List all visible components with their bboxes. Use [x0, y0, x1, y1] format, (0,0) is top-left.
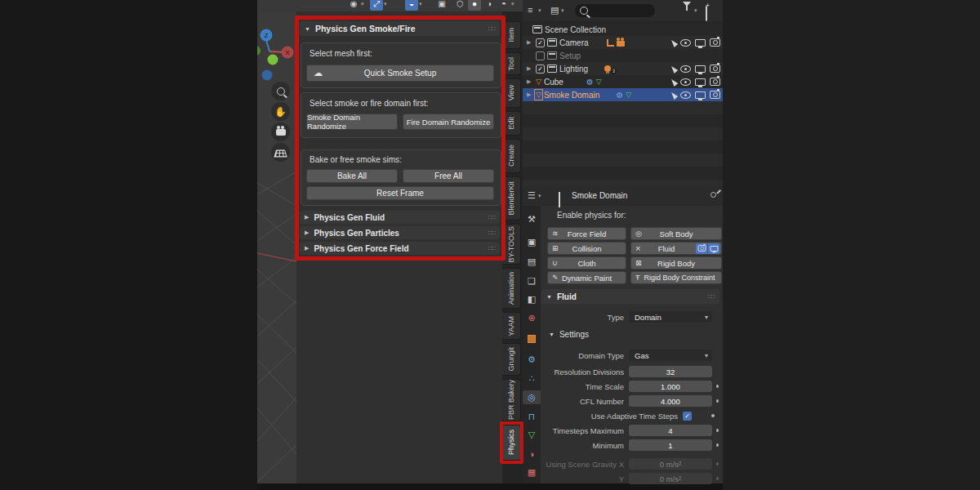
collapse-arrow-icon[interactable]: ▶	[305, 245, 309, 252]
panel-grip-icon[interactable]: ∷∷	[708, 293, 715, 301]
hide-eye-icon[interactable]	[680, 39, 691, 47]
animate-dot[interactable]	[716, 477, 719, 480]
search-input[interactable]	[591, 6, 652, 16]
panel-header-physics-gen-force-field[interactable]: ▶ Physics Gen Force Field ∷∷	[300, 242, 500, 255]
force-field-button[interactable]: ≋Force Field	[547, 227, 626, 240]
viewport-zoom-button[interactable]	[271, 82, 290, 100]
panel-header-physics-gen-fluid[interactable]: ▶ Physics Gen Fluid ∷∷	[300, 211, 500, 224]
adaptive-time-steps-checkbox[interactable]: ✓	[683, 412, 692, 421]
outliner-editor-type-button[interactable]: ≡	[528, 5, 532, 15]
panel-header-smoke-fire[interactable]: ▼ Physics Gen Smoke/Fire ∷∷	[300, 21, 500, 36]
gravity-y-field[interactable]: 0 m/s²	[629, 473, 712, 484]
tab-render-properties[interactable]: ▣	[523, 235, 540, 249]
checkbox-checked[interactable]: ✓	[536, 65, 545, 74]
shading-solid-button[interactable]: ●	[468, 0, 481, 11]
gravity-x-field[interactable]: 0 m/s²	[629, 458, 712, 470]
gizmos-dropdown[interactable]: ⤢	[370, 0, 383, 11]
tab-constraints-properties[interactable]: ⊓	[523, 410, 540, 424]
tab-edit[interactable]: Edit	[502, 111, 521, 136]
tab-scene-properties[interactable]: ◧	[523, 292, 540, 306]
viewport-pan-button[interactable]: ✋	[271, 102, 290, 121]
viewport-camera-view-button[interactable]	[271, 122, 290, 141]
tab-physics[interactable]: Physics	[502, 425, 521, 461]
tab-create[interactable]: Create	[502, 139, 521, 173]
tab-object-properties[interactable]	[523, 333, 540, 347]
resolution-divisions-field[interactable]: 32	[629, 366, 712, 377]
hide-eye-icon[interactable]	[680, 91, 691, 99]
tab-object-data-properties[interactable]: ▽	[523, 428, 540, 442]
fluid-render-toggle[interactable]	[696, 243, 707, 254]
collapse-arrow-icon[interactable]: ▼	[305, 26, 310, 32]
outliner-row-camera[interactable]: ▶ ✓ Camera	[523, 36, 723, 49]
gizmo-y-ball[interactable]	[268, 55, 278, 65]
checkbox-unchecked[interactable]	[536, 51, 545, 60]
shading-material-button[interactable]: ◑	[483, 0, 496, 11]
tab-pbr-bakery[interactable]: PBR Bakery	[502, 379, 521, 421]
smoke-domain-randomize-button[interactable]: Smoke Domain Randomize	[306, 114, 398, 130]
chevron-down-icon[interactable]: ▾	[419, 0, 422, 10]
animate-dot[interactable]	[716, 385, 719, 388]
bake-all-button[interactable]: Bake All	[306, 169, 398, 183]
tab-yaam[interactable]: YAAM	[502, 312, 521, 340]
render-disable-icon[interactable]	[710, 91, 720, 99]
outliner-row-smoke-domain[interactable]: ▶ ▽ Smoke Domain ⚙ ▽	[523, 88, 723, 101]
cfl-number-field[interactable]: 4.000	[629, 395, 712, 407]
chevron-down-icon[interactable]: ▾	[361, 0, 364, 10]
outliner-row-lighting[interactable]: ▶ ✓ Lighting 3	[523, 62, 723, 75]
animate-dot[interactable]	[716, 462, 719, 466]
outliner-row-setup[interactable]: Setup	[523, 49, 723, 62]
animate-dot[interactable]	[716, 429, 719, 432]
rigid-body-constraint-button[interactable]: ŦRigid Body Constraint	[630, 271, 722, 284]
collapse-arrow-icon[interactable]: ▼	[546, 294, 552, 300]
render-disable-icon[interactable]	[710, 78, 720, 86]
render-disable-icon[interactable]	[710, 38, 720, 47]
remove-x-icon[interactable]: ×	[635, 243, 640, 253]
chevron-down-icon[interactable]: ▾	[511, 0, 514, 10]
outliner-row-cube[interactable]: ▶ ▽ Cube ⚙ ▽	[523, 75, 723, 88]
outliner-search-box[interactable]	[575, 4, 655, 17]
free-all-button[interactable]: Free All	[403, 169, 494, 183]
timesteps-maximum-field[interactable]: 4	[629, 425, 712, 436]
tab-by-tools[interactable]: BY-TOOLS	[502, 224, 521, 265]
display-mode-button[interactable]: ▤	[550, 5, 559, 16]
viewport-disable-icon[interactable]	[695, 78, 706, 86]
fire-domain-randomize-button[interactable]: Fire Domain Randomize	[403, 114, 494, 130]
panel-grip-icon[interactable]: ∷∷	[488, 25, 495, 33]
settings-subpanel-header[interactable]: ▼ Settings	[549, 330, 589, 339]
visibility-dropdown[interactable]: ◉	[347, 0, 360, 11]
selectable-icon[interactable]	[670, 91, 678, 100]
properties-editor-type-button[interactable]: ☰	[528, 190, 536, 201]
fluid-button[interactable]: × Fluid	[630, 242, 722, 255]
tab-physics-properties[interactable]: ◎	[523, 390, 541, 404]
expand-arrow-icon[interactable]: ▶	[527, 65, 533, 72]
collapse-arrow-icon[interactable]: ▼	[549, 332, 555, 337]
gizmo-z-neg-ball[interactable]	[262, 70, 273, 81]
tab-animation[interactable]: Animation	[502, 268, 521, 309]
tab-item[interactable]: Item	[502, 21, 521, 49]
cloth-button[interactable]: ∪Cloth	[547, 256, 626, 270]
tab-texture-properties[interactable]: ▦	[523, 466, 540, 479]
chevron-down-icon[interactable]: ▾	[561, 7, 564, 14]
selectable-icon[interactable]	[670, 38, 678, 47]
panel-grip-icon[interactable]: ∷∷	[488, 229, 495, 237]
selectable-icon[interactable]	[670, 65, 678, 74]
panel-grip-icon[interactable]: ∷∷	[488, 214, 495, 221]
chevron-down-icon[interactable]: ▾	[538, 193, 541, 199]
viewport-disable-icon[interactable]	[695, 91, 706, 99]
panel-header-physics-gen-particles[interactable]: ▶ Physics Gen Particles ∷∷	[300, 226, 500, 239]
tab-modifier-properties[interactable]: ⚙	[523, 353, 540, 367]
collapse-arrow-icon[interactable]: ▶	[305, 229, 309, 236]
domain-type-dropdown[interactable]: Gas	[629, 350, 712, 361]
tab-material-properties[interactable]: ◑	[523, 448, 540, 461]
tab-tool-properties[interactable]: ⚒	[523, 212, 540, 226]
tab-view[interactable]: View	[502, 78, 521, 108]
tab-view-layer-properties[interactable]: ❏	[523, 274, 540, 288]
time-scale-field[interactable]: 1.000	[629, 381, 712, 392]
collapse-arrow-icon[interactable]: ▶	[305, 214, 309, 220]
tab-particles-properties[interactable]: ∴	[523, 372, 540, 385]
filter-button[interactable]	[683, 7, 691, 21]
expand-arrow-icon[interactable]: ▶	[527, 91, 533, 98]
quick-smoke-setup-button[interactable]: ☁ Quick Smoke Setup	[306, 65, 494, 82]
fluid-panel-header[interactable]: ▼ Fluid ∷∷	[541, 289, 719, 304]
panel-grip-icon[interactable]: ∷∷	[488, 245, 495, 252]
